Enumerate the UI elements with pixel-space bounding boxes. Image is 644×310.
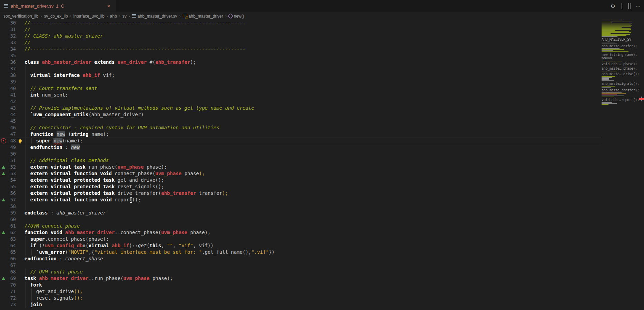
line-number[interactable]: 38: [7, 72, 16, 79]
line-number[interactable]: 65: [7, 249, 16, 256]
minimap-symbol-label[interactable]: ahb_maste…_drive();: [601, 72, 639, 76]
breadcrumb-item-ahb-master-driver[interactable]: ahb_master_driver: [183, 14, 223, 19]
line-number[interactable]: 35: [7, 52, 16, 59]
line-number[interactable]: 30: [7, 20, 16, 26]
breadcrumb-item-ahb[interactable]: ahb: [110, 14, 117, 19]
minimap-symbol-label[interactable]: new (string name);: [601, 52, 639, 57]
code-text[interactable]: [24, 203, 601, 210]
code-line[interactable]: 62function void ahb_master_driver::conne…: [0, 229, 601, 236]
code-line[interactable]: 35: [0, 52, 601, 59]
lightbulb-icon[interactable]: [16, 138, 24, 144]
scrollbar-overview-ruler[interactable]: [639, 20, 644, 310]
code-line[interactable]: 57 extern virtual function void report()…: [0, 197, 601, 203]
minimap-symbol-label[interactable]: ahb_maste…ansfer);: [601, 44, 639, 48]
code-line[interactable]: 67: [0, 262, 601, 269]
breadcrumb-item-sv[interactable]: sv: [122, 14, 127, 19]
code-text[interactable]: `uvm_error("NOVIF",{"virtual interface m…: [24, 249, 601, 256]
code-line[interactable]: 71 get_and_drive();: [0, 288, 601, 295]
minimap-symbol-label[interactable]: ahb_maste… phase);: [601, 66, 639, 71]
code-line[interactable]: 49 endfunction : new: [0, 144, 601, 151]
line-number[interactable]: 44: [7, 111, 16, 118]
breadcrumb-item-sv-cb-ex-lib[interactable]: sv_cb_ex_lib: [44, 14, 68, 19]
code-line[interactable]: 37: [0, 66, 601, 72]
settings-gear-icon[interactable]: ⚙: [611, 3, 615, 9]
code-line[interactable]: 66endfunction : connect_phase: [0, 256, 601, 262]
code-text[interactable]: [24, 262, 601, 269]
code-text[interactable]: super.new(name);: [24, 138, 601, 144]
minimap-symbol-label[interactable]: void ahb_… phase);: [601, 62, 639, 66]
code-line[interactable]: 68 // UVM run() phase: [0, 269, 601, 275]
code-text[interactable]: //: [24, 26, 601, 33]
code-text[interactable]: if (!uvm_config_db#(virtual ahb_if)::get…: [24, 242, 601, 249]
line-number[interactable]: 48: [7, 138, 16, 144]
line-number[interactable]: 73: [7, 301, 16, 308]
minimap-symbol-label[interactable]: ahb_maste…ransfer);: [601, 88, 639, 92]
code-text[interactable]: //: [24, 39, 601, 46]
code-line[interactable]: 61//UVM connect_phase: [0, 223, 601, 229]
code-text[interactable]: //UVM connect_phase: [24, 223, 601, 229]
breadcrumb-item-interface-uvc-lib[interactable]: interface_uvc_lib: [73, 14, 105, 19]
code-text[interactable]: //--------------------------------------…: [24, 20, 601, 26]
code-text[interactable]: extern virtual protected task drive_tran…: [24, 190, 601, 197]
line-number[interactable]: 49: [7, 144, 16, 151]
line-number[interactable]: 62: [7, 229, 16, 236]
code-text[interactable]: [24, 66, 601, 72]
code-line[interactable]: 43 // Provide implmentations of virtual …: [0, 105, 601, 111]
more-actions-icon[interactable]: ⋯: [635, 3, 641, 9]
code-line[interactable]: 51 // Additional class methods: [0, 157, 601, 164]
code-line[interactable]: 69task ahb_master_driver::run_phase(uvm_…: [0, 275, 601, 282]
code-text[interactable]: endclass : ahb_master_driver: [24, 210, 601, 216]
code-line[interactable]: 32// CLASS: ahb_master_driver: [0, 33, 601, 39]
code-line[interactable]: 31//: [0, 26, 601, 33]
code-line[interactable]: 46 // Constructor - required syntax for …: [0, 124, 601, 131]
minimap[interactable]: AHB_MAS…IVER_SVahb_maste…ansfer);new (st…: [601, 20, 639, 310]
code-line[interactable]: 65 `uvm_error("NOVIF",{"virtual interfac…: [0, 249, 601, 256]
code-text[interactable]: `uvm_component_utils(ahb_master_driver): [24, 111, 601, 118]
code-text[interactable]: endfunction : connect_phase: [24, 256, 601, 262]
code-text[interactable]: [24, 79, 601, 85]
line-number[interactable]: 64: [7, 242, 16, 249]
tab-ahb-master-driver[interactable]: ahb_master_driver.sv 1, C ✕: [0, 0, 116, 12]
breadcrumb-item-ahb-master-driver-sv[interactable]: ahb_master_driver.sv: [132, 14, 177, 19]
code-text[interactable]: // Count transfers sent: [24, 85, 601, 92]
code-text[interactable]: // UVM run() phase: [24, 269, 601, 275]
code-text[interactable]: [24, 98, 601, 105]
code-line[interactable]: 53 extern virtual function void connect_…: [0, 170, 601, 177]
code-line[interactable]: 72 reset_signals();: [0, 295, 601, 301]
line-number[interactable]: 72: [7, 295, 16, 301]
code-line[interactable]: 54 extern virtual protected task get_and…: [0, 177, 601, 183]
code-line[interactable]: ✕48 super.new(name);: [0, 138, 601, 144]
line-number[interactable]: 45: [7, 118, 16, 124]
code-line[interactable]: 64 if (!uvm_config_db#(virtual ahb_if)::…: [0, 242, 601, 249]
code-text[interactable]: // Constructor - required syntax for UVM…: [24, 124, 601, 131]
code-text[interactable]: get_and_drive();: [24, 288, 601, 295]
open-changes-icon[interactable]: [622, 3, 622, 9]
split-editor-icon[interactable]: [628, 3, 629, 9]
line-number[interactable]: 31: [7, 26, 16, 33]
code-line[interactable]: 73 join: [0, 301, 601, 308]
code-text[interactable]: task ahb_master_driver::run_phase(uvm_ph…: [24, 275, 601, 282]
line-number[interactable]: 55: [7, 183, 16, 190]
breadcrumb-item-soc-verification-lib[interactable]: soc_verification_lib: [3, 14, 38, 19]
line-number[interactable]: 33: [7, 39, 16, 46]
code-line[interactable]: 45: [0, 118, 601, 124]
code-line[interactable]: 42: [0, 98, 601, 105]
line-number[interactable]: 47: [7, 131, 16, 138]
line-number[interactable]: 51: [7, 157, 16, 164]
line-number[interactable]: 67: [7, 262, 16, 269]
code-text[interactable]: extern virtual protected task get_and_dr…: [24, 177, 601, 183]
code-line[interactable]: 44 `uvm_component_utils(ahb_master_drive…: [0, 111, 601, 118]
code-text[interactable]: [24, 118, 601, 124]
line-number[interactable]: 36: [7, 59, 16, 66]
code-editor[interactable]: 30//------------------------------------…: [0, 20, 601, 310]
line-number[interactable]: 56: [7, 190, 16, 197]
code-text[interactable]: // CLASS: ahb_master_driver: [24, 33, 601, 39]
code-text[interactable]: [24, 151, 601, 157]
code-text[interactable]: extern virtual task run_phase(uvm_phase …: [24, 164, 601, 170]
line-number[interactable]: 40: [7, 85, 16, 92]
code-line[interactable]: 34//------------------------------------…: [0, 46, 601, 52]
line-number[interactable]: 53: [7, 170, 16, 177]
code-text[interactable]: [24, 216, 601, 223]
code-line[interactable]: 30//------------------------------------…: [0, 20, 601, 26]
line-number[interactable]: 71: [7, 288, 16, 295]
